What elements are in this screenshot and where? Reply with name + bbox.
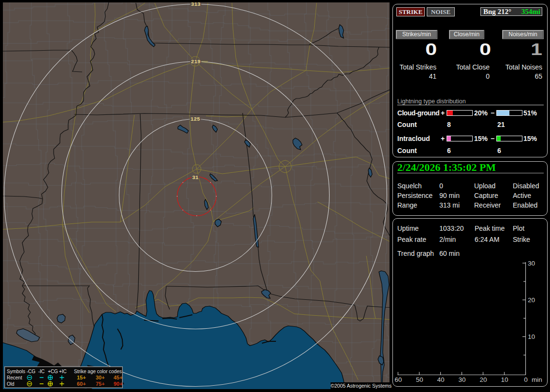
svg-text:219: 219 [191, 59, 201, 65]
svg-text:31: 31 [192, 175, 199, 181]
svg-text:0: 0 [524, 376, 528, 383]
svg-text:20: 20 [479, 376, 487, 383]
svg-text:10: 10 [501, 376, 508, 383]
svg-text:20: 20 [528, 296, 535, 304]
svg-text:30: 30 [458, 376, 465, 383]
svg-text:125: 125 [190, 116, 200, 122]
svg-text:50: 50 [416, 376, 423, 383]
svg-text:min: min [532, 376, 542, 383]
svg-text:10: 10 [528, 333, 535, 340]
svg-text:60: 60 [394, 376, 402, 383]
svg-text:313: 313 [191, 2, 201, 7]
svg-text:40: 40 [437, 376, 444, 383]
svg-text:30: 30 [528, 260, 535, 267]
